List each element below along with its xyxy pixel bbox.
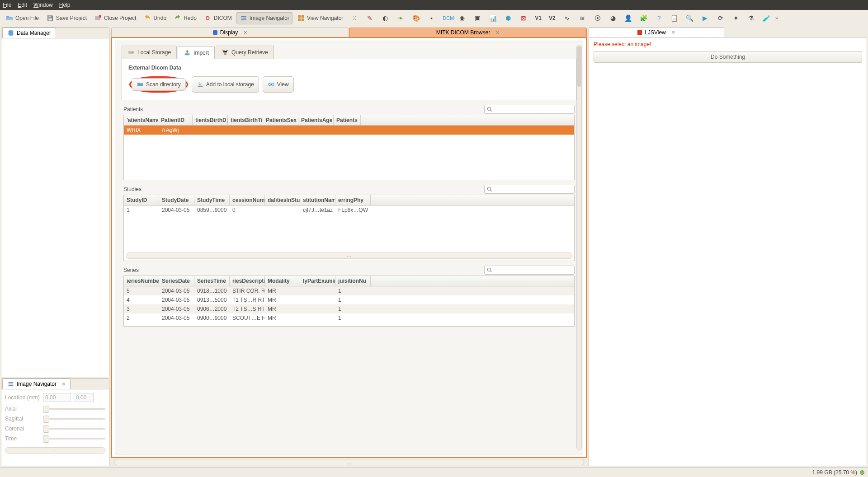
column-header[interactable]: PatientsSex xyxy=(263,115,298,125)
dicom-browser-tab[interactable]: MITK DICOM Browser ✕ xyxy=(349,28,587,37)
column-header[interactable]: riesDescripti xyxy=(230,276,265,286)
studies-hscroll[interactable] xyxy=(126,253,572,259)
column-header[interactable]: StudyDate xyxy=(159,195,194,205)
coronal-slider[interactable] xyxy=(43,428,105,430)
import-tab[interactable]: Import xyxy=(178,46,215,59)
menu-window[interactable]: Window xyxy=(33,2,53,8)
axial-slider[interactable] xyxy=(43,408,105,410)
tool-icon-12[interactable]: ⊠ xyxy=(517,12,530,24)
tool-icon-7[interactable]: DCM xyxy=(440,12,453,24)
dicom-button[interactable]: D DICOM xyxy=(201,12,235,24)
tool-icon-8[interactable]: ◉ xyxy=(455,12,469,24)
center-bottom-hscroll[interactable] xyxy=(114,459,584,465)
close-icon[interactable]: ✕ xyxy=(243,30,247,36)
undo-button[interactable]: Undo xyxy=(141,12,169,24)
column-header[interactable]: cessionNumb xyxy=(230,195,265,205)
tool-icon-18[interactable]: 🧩 xyxy=(637,12,651,24)
tool-icon-21[interactable]: 🔍 xyxy=(683,12,697,24)
query-retrieve-tab[interactable]: Query Retrieve xyxy=(216,46,274,59)
tool-icon-10[interactable]: 📊 xyxy=(486,12,500,24)
column-header[interactable]: PatientID xyxy=(158,115,193,125)
local-storage-tab[interactable]: Local Storage xyxy=(122,46,177,59)
v1-button[interactable]: V1 xyxy=(532,13,544,23)
tool-icon-13[interactable]: ∿ xyxy=(560,12,574,24)
tool-icon-5[interactable]: 🎨 xyxy=(409,12,423,24)
menu-edit[interactable]: Edit xyxy=(18,2,27,8)
column-header[interactable]: tientsBirthD; xyxy=(193,115,228,125)
tool-icon-2[interactable]: ✎ xyxy=(363,12,377,24)
image-navigator-toggle[interactable]: Image Navigator xyxy=(236,12,292,24)
do-something-button[interactable]: Do Something xyxy=(594,51,862,63)
column-header[interactable]: SeriesDate xyxy=(159,276,194,286)
tool-icon-16[interactable]: ◕ xyxy=(606,12,620,24)
patients-body[interactable]: WRIX7rAgWj xyxy=(124,126,574,180)
column-header[interactable]: dalitiesInStu xyxy=(265,195,300,205)
tool-icon-6[interactable]: ▪ xyxy=(425,12,438,24)
scan-directory-button[interactable]: Scan directory xyxy=(132,78,186,91)
column-header[interactable]: juisitionNu xyxy=(335,276,371,286)
table-row[interactable]: 42004-03-050913…5000T1 TS…R RT.MR1 xyxy=(124,295,574,304)
tool-icon-9[interactable]: ▣ xyxy=(471,12,484,24)
column-header[interactable]: StudyTime xyxy=(194,195,230,205)
data-manager-body[interactable] xyxy=(1,38,109,377)
data-manager-tab[interactable]: Data Manager xyxy=(2,28,56,38)
tool-icon-1[interactable]: ⁙ xyxy=(348,12,361,24)
time-slider[interactable] xyxy=(43,438,105,440)
tool-icon-17[interactable]: 👤 xyxy=(622,12,635,24)
tool-icon-11[interactable]: ⬢ xyxy=(501,12,515,24)
tool-icon-20[interactable]: 📋 xyxy=(668,12,681,24)
tool-icon-23[interactable]: ⟳ xyxy=(714,12,727,24)
studies-body[interactable]: 12004-03-050859…90000cjf7J…te1azFLp8x…QW xyxy=(124,206,574,251)
column-header[interactable]: stitutionNam xyxy=(300,195,335,205)
open-file-button[interactable]: Open File xyxy=(3,12,42,24)
tool-icon-4[interactable]: ❧ xyxy=(394,12,407,24)
add-to-local-storage-button[interactable]: Add to local storage xyxy=(192,76,259,93)
view-button[interactable]: View xyxy=(263,76,294,93)
imgnav-hscroll[interactable] xyxy=(5,447,105,454)
tool-icon-15[interactable]: ⦿ xyxy=(591,12,604,24)
table-row[interactable]: 52004-03-050918…1000STIR COR. RT.MR1 xyxy=(124,286,574,295)
menu-file[interactable]: File xyxy=(3,2,11,8)
table-row[interactable]: 32004-03-050906…2000T2 TS…S RT.MR1 xyxy=(124,304,574,313)
sagittal-slider[interactable] xyxy=(43,418,105,420)
close-icon[interactable]: ✕ xyxy=(495,30,500,36)
tool-icon-14[interactable]: ≋ xyxy=(576,12,589,24)
location-b-input[interactable] xyxy=(74,393,94,402)
column-header[interactable]: SeriesTime xyxy=(194,276,230,286)
column-header[interactable]: lyPartExamin xyxy=(300,276,335,286)
tool-icon-24[interactable]: ✦ xyxy=(729,12,743,24)
column-header[interactable]: erringPhy xyxy=(335,195,371,205)
column-header[interactable]: Modality xyxy=(265,276,300,286)
series-body[interactable]: 52004-03-050918…1000STIR COR. RT.MR14200… xyxy=(124,286,574,326)
table-row[interactable]: 12004-03-050859…90000cjf7J…te1azFLp8x…QW xyxy=(124,206,574,215)
table-row[interactable]: WRIX7rAgWj xyxy=(124,126,574,135)
view-navigator-button[interactable]: View Navigator xyxy=(294,12,346,24)
save-project-button[interactable]: Save Project xyxy=(43,12,90,24)
inner-vscroll[interactable] xyxy=(576,45,582,450)
tool-icon-19[interactable]: ? xyxy=(652,12,666,24)
tool-icon-3[interactable]: ◐ xyxy=(378,12,392,24)
column-header[interactable]: ieriesNumbe xyxy=(124,276,159,286)
location-a-input[interactable] xyxy=(43,393,71,402)
toolbar-overflow[interactable]: » xyxy=(775,15,781,21)
tool-icon-26[interactable]: 🧪 xyxy=(760,12,774,24)
close-project-button[interactable]: Close Project xyxy=(91,12,139,24)
tool-icon-22[interactable]: ▶ xyxy=(698,12,712,24)
table-row[interactable]: 22004-03-050900…9000SCOUT…E RT.MR1 xyxy=(124,313,574,323)
v2-button[interactable]: V2 xyxy=(546,13,558,23)
column-header[interactable]: StudyID xyxy=(124,195,159,205)
column-header[interactable]: 'atientsName xyxy=(124,115,158,125)
column-header[interactable]: PatientsAge xyxy=(298,115,334,125)
tool-icon-25[interactable]: ⚗ xyxy=(745,12,758,24)
close-icon[interactable]: ✕ xyxy=(671,29,675,35)
display-tab[interactable]: Display ✕ xyxy=(111,28,349,37)
close-icon[interactable]: ✕ xyxy=(61,381,66,387)
ljsview-tab[interactable]: LJSView ✕ xyxy=(589,27,724,37)
menu-help[interactable]: Help xyxy=(59,2,71,8)
column-header[interactable]: tientsBirthTi xyxy=(228,115,263,125)
studies-search[interactable] xyxy=(484,185,575,194)
patients-search[interactable] xyxy=(484,105,575,114)
image-navigator-tab[interactable]: Image Navigator ✕ xyxy=(2,379,71,389)
column-header[interactable]: Patients xyxy=(334,115,361,125)
series-search[interactable] xyxy=(484,266,575,275)
